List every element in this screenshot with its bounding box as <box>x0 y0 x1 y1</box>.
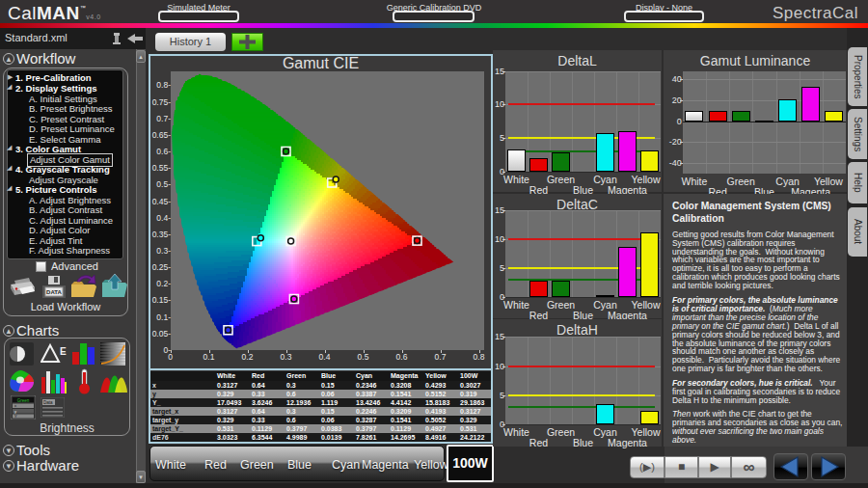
svg-text:y: y <box>14 409 16 414</box>
svg-text:Green: Green <box>17 398 30 403</box>
svg-text:x: x <box>14 403 16 408</box>
svg-text:E: E <box>60 346 67 357</box>
svg-text:DATA: DATA <box>46 289 62 295</box>
svg-text:Data: Data <box>43 400 53 405</box>
svg-text:Y: Y <box>14 414 17 419</box>
